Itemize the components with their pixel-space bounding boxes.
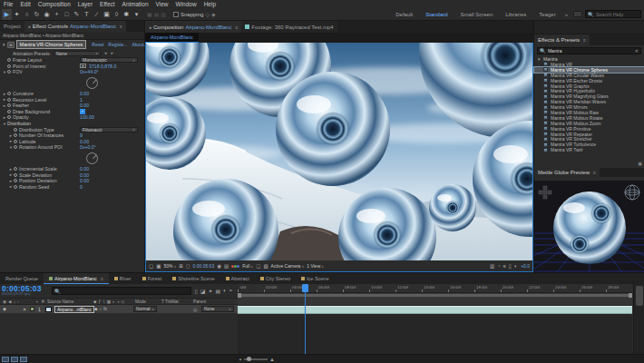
timeline-tab-river[interactable]: River [109,273,137,284]
property-value-feather[interactable]: 0.00 [80,103,89,108]
column-source-name[interactable]: Source Name [47,299,73,304]
panel-menu-icon[interactable]: ≡ [120,24,122,29]
property-value-rotation-around-poi[interactable]: 0x+0.0° [80,144,96,150]
angle-dial[interactable] [86,77,98,89]
property-value-point-of-interest[interactable]: 3718.0,878.0 [89,64,116,69]
orbit-tool-button[interactable]: ↻ [32,9,42,20]
stopwatch-icon[interactable] [7,103,11,107]
previous-preset-icon[interactable]: ◄ [103,51,107,55]
menu-window[interactable]: Window [172,0,200,8]
label-column-icon[interactable]: ▪ [36,299,38,304]
property-value-latitude[interactable]: 0.00 [80,139,89,144]
fast-previews-icon[interactable]: ◔ [497,260,500,271]
mask-visibility-icon[interactable]: ◻ [186,260,190,271]
blend-mode-dropdown[interactable]: Normal∨ [133,306,157,312]
snapping-control[interactable]: Snapping ◇ ◈ [173,11,216,17]
selection-tool-button[interactable]: ▶ [2,9,12,20]
timeline-tab-airpano-montblanc[interactable]: Airpano-MontBlanc≡ [44,273,109,284]
scrollbar-thumb[interactable] [636,286,643,306]
camera-tool-button[interactable]: ◉ [42,9,52,20]
menu-file[interactable]: File [0,0,16,8]
property-value-random-seed[interactable]: 0 [80,184,83,190]
pen-tool-button[interactable]: ✎ [72,9,82,20]
motion-blur-icon[interactable]: ◐ [223,288,227,294]
menu-view[interactable]: View [152,0,172,8]
layer-row[interactable]: ◉ ▶ 1 Airpano...ntBlanc ◆ ∕ fx Normal∨ ◎… [0,305,238,313]
timeline-tab-ice-scene[interactable]: Ice Scene [296,273,334,284]
draft-3d-icon[interactable]: ◪ [200,288,206,294]
effect-name[interactable]: Mantra VR-Chrome Spheres [16,40,87,49]
tab-project[interactable]: Project [0,21,24,32]
column-mode[interactable]: Mode [135,299,146,304]
snapping-checkbox[interactable] [173,12,179,17]
frame-blend-icon[interactable]: ▦ [107,299,111,304]
new-folder-icon[interactable]: ▣ [638,161,642,166]
stopwatch-icon[interactable] [7,115,11,119]
crosshair-icon[interactable]: ⊕ [80,64,86,68]
type-tool-button[interactable]: T [82,9,92,20]
workspace-overflow-icon[interactable]: » [562,12,571,17]
puppet-pin-tool-button[interactable]: ▾ [132,9,141,20]
help-search[interactable]: 🔍 [585,10,641,18]
pixel-aspect-icon[interactable]: ▥ [490,260,494,271]
panel-menu-icon[interactable]: ≡ [235,25,238,30]
tab-footage[interactable]: Footage: 360 Raytraced Test.mp4 [241,21,337,33]
reset-link[interactable]: Reset [92,42,103,47]
solo-icon[interactable]: ○ [13,299,15,304]
stopwatch-icon[interactable] [14,167,17,171]
stopwatch-icon[interactable] [14,140,17,143]
snap-edges-icon[interactable]: ◇ [205,11,210,17]
clear-search-icon[interactable]: ✕ [635,48,639,54]
stopwatch-icon[interactable] [7,92,11,95]
work-area-span[interactable] [238,294,632,297]
lock-icon[interactable]: ▫ [17,299,19,304]
roto-brush-tool-button[interactable]: ✱ [122,9,132,20]
timeline-search-box[interactable]: 🔍 [52,287,191,295]
stopwatch-icon[interactable] [7,98,11,102]
panel-menu-icon[interactable]: ≡ [101,276,103,281]
timeline-tab-abstract[interactable]: Abstract [220,273,255,284]
exposure-value[interactable]: +0.0 [521,263,530,269]
threed-icon[interactable]: ◇ [122,299,124,304]
property-dropdown-distribution-type[interactable]: Fibonacci∨ [80,127,138,132]
menu-animation[interactable]: Animation [119,0,152,8]
stopwatch-icon[interactable] [14,145,17,149]
shape-tool-button[interactable]: □ [62,9,72,20]
menu-help[interactable]: Help [200,0,220,8]
layer-name[interactable]: Airpano...ntBlanc [54,306,94,313]
transparency-grid-icon[interactable]: ▨ [263,260,268,271]
always-preview-icon[interactable]: ▢ [149,260,153,271]
adjustment-layer-icon[interactable]: ◑ [117,299,120,304]
menu-effect[interactable]: Effect [96,0,119,8]
property-value-curvature[interactable]: 0.00 [80,91,89,96]
audio-icon[interactable]: ◀ [8,299,11,304]
panel-menu-icon[interactable]: ≡ [583,37,586,43]
property-value-recursion-level[interactable]: 1 [80,97,83,103]
tab-composition[interactable]: ● Composition Airpano-MontBlanc ≡ [145,21,241,33]
register-link[interactable]: Registe... [108,42,127,47]
timeline-scrollbar[interactable] [633,284,644,355]
lock-icon[interactable]: ● [149,25,151,30]
frame-blending-icon[interactable]: ▤ [215,288,220,294]
reset-exposure-icon[interactable]: ◐ [514,260,517,271]
stopwatch-icon[interactable] [7,110,11,113]
camera-dropdown[interactable]: Active Camera∨ [271,263,305,269]
composition-mini-flowchart-icon[interactable]: ▯ [194,288,197,294]
animation-presets-dropdown[interactable]: None∨ [54,51,101,56]
property-value-opacity[interactable]: 100.00 [80,114,94,120]
quality-icon[interactable]: ◆ [94,307,97,311]
stopwatch-icon[interactable] [14,128,17,132]
property-value-number-of-instances[interactable]: 9 [80,132,83,138]
motion-blur-icon[interactable]: ◐ [112,299,115,304]
zoom-tool-button[interactable]: ○ [22,9,32,20]
region-of-interest-icon[interactable]: ▢ [256,260,260,271]
layer-color-chip[interactable] [30,307,34,311]
fx-icon[interactable]: ∕ [100,307,101,311]
flowchart-icon[interactable]: ▯ [509,260,512,271]
main-viewer-icon[interactable]: ▣ [156,260,161,271]
property-value-fov[interactable]: 0x+44.0° [80,69,99,74]
timeline-tab-city-stereo[interactable]: City Stereo [255,273,296,284]
angle-dial[interactable] [86,152,98,164]
mask-icon[interactable]: ∖ [102,299,105,304]
fx-icon[interactable]: ƒ [98,299,101,304]
